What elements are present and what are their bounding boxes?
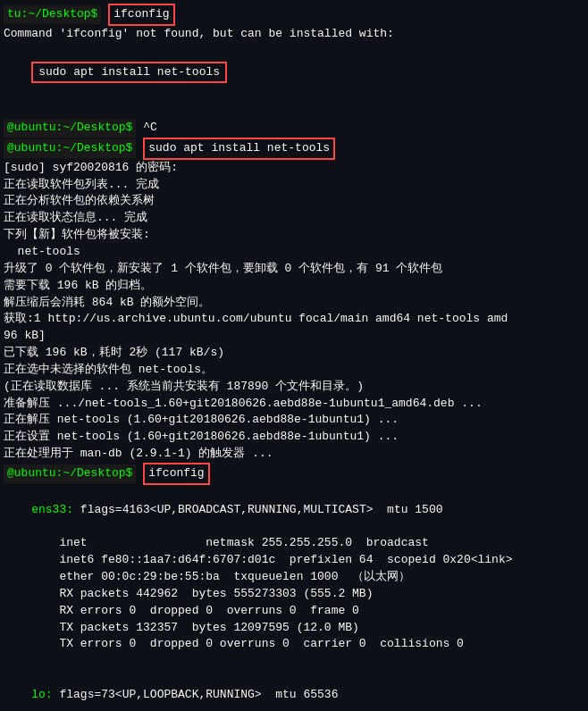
line-14: 需要下载 196 kB 的归档。 — [4, 278, 584, 295]
line-16: 获取:1 http://us.archive.ubuntu.com/ubuntu… — [4, 311, 584, 328]
line-13: 升级了 0 个软件包，新安装了 1 个软件包，要卸载 0 个软件包，有 91 个… — [4, 261, 584, 278]
line-ens-tx2: TX errors 0 dropped 0 overruns 0 carrier… — [4, 636, 584, 653]
line-2: Command 'ifconfig' not found, but can be… — [4, 26, 584, 43]
line-11: 下列【新】软件包将被安装: — [4, 227, 584, 244]
cmd-block-install: sudo apt install net-tools — [31, 62, 227, 84]
cmd-ifconfig-2: ifconfig — [143, 463, 209, 485]
terminal-window: tu:~/Desktop$ ifconfig Command 'ifconfig… — [0, 0, 588, 711]
prompt-5: @ubuntu:~/Desktop$ — [4, 119, 136, 138]
line-blank-2 — [4, 653, 584, 670]
line-10: 正在读取状态信息... 完成 — [4, 210, 584, 227]
line-ens33: ens33: flags=4163<UP,BROADCAST,RUNNING,M… — [4, 485, 584, 536]
line-ens-ether: ether 00:0c:29:be:55:ba txqueuelen 1000 … — [4, 569, 584, 586]
line-5: @ubuntu:~/Desktop$ ^C — [4, 119, 584, 138]
line-ens-rx1: RX packets 442962 bytes 555273303 (555.2… — [4, 586, 584, 603]
cmd-sudo-install: sudo apt install net-tools — [143, 138, 335, 160]
line-lo: lo: flags=73<UP,LOOPBACK,RUNNING> mtu 65… — [4, 670, 584, 711]
prompt-25: @ubuntu:~/Desktop$ — [4, 464, 136, 483]
ens33-label: ens33: — [31, 503, 73, 516]
line-24: 正在处理用于 man-db (2.9.1-1) 的触发器 ... — [4, 446, 584, 463]
line-8: 正在读取软件包列表... 完成 — [4, 177, 584, 194]
line-1: tu:~/Desktop$ ifconfig — [4, 4, 584, 26]
prompt-6: @ubuntu:~/Desktop$ — [4, 139, 136, 158]
line-ens-inet6: inet6 fe80::1aa7:d64f:6707:d01c prefixle… — [4, 552, 584, 569]
line-9: 正在分析软件包的依赖关系树 — [4, 193, 584, 210]
lo-label: lo: — [31, 688, 52, 701]
line-12: net-tools — [4, 244, 584, 261]
cmd-ifconfig-1: ifconfig — [108, 4, 174, 26]
line-20: (正在读取数据库 ... 系统当前共安装有 187890 个文件和目录。) — [4, 379, 584, 396]
line-ens-rx2: RX errors 0 dropped 0 overruns 0 frame 0 — [4, 603, 584, 620]
line-15: 解压缩后会消耗 864 kB 的额外空间。 — [4, 295, 584, 312]
line-blank-1 — [4, 102, 584, 119]
line-ens-tx1: TX packets 132357 bytes 12097595 (12.0 M… — [4, 620, 584, 637]
line-21: 准备解压 .../net-tools_1.60+git20180626.aebd… — [4, 396, 584, 413]
line-23: 正在设置 net-tools (1.60+git20180626.aebd88e… — [4, 429, 584, 446]
line-25: @ubuntu:~/Desktop$ ifconfig — [4, 463, 584, 485]
line-22: 正在解压 net-tools (1.60+git20180626.aebd88e… — [4, 412, 584, 429]
prompt-1: tu:~/Desktop$ — [4, 5, 101, 24]
line-17: 96 kB] — [4, 328, 584, 345]
line-19: 正在选中未选择的软件包 net-tools。 — [4, 362, 584, 379]
line-ens-inet: inet netmask 255.255.255.0 broadcast — [4, 535, 584, 552]
line-6: @ubuntu:~/Desktop$ sudo apt install net-… — [4, 138, 584, 160]
line-3: sudo apt install net-tools — [4, 43, 584, 103]
line-7: [sudo] syf20020816 的密码: — [4, 160, 584, 177]
line-18: 已下载 196 kB，耗时 2秒 (117 kB/s) — [4, 345, 584, 362]
